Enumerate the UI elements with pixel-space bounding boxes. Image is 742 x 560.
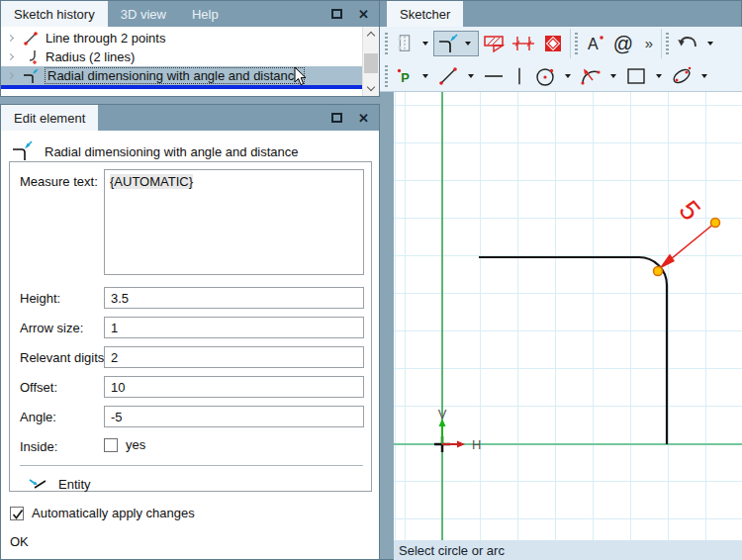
- dropdown-caret-icon[interactable]: [468, 74, 474, 78]
- maximize-icon[interactable]: [331, 113, 342, 123]
- chevron-right-icon[interactable]: [7, 35, 14, 42]
- dropdown-caret-icon[interactable]: [465, 42, 471, 46]
- mouse-cursor-icon: [294, 66, 308, 86]
- status-bar: Select circle or arc: [394, 540, 742, 560]
- inside-checkbox-label: yes: [126, 437, 145, 452]
- dropdown-caret-icon[interactable]: [565, 74, 571, 78]
- toolbar-drag-handle[interactable]: [575, 33, 578, 54]
- angle-label: Angle:: [20, 410, 56, 424]
- height-input[interactable]: [104, 287, 364, 309]
- tab-help[interactable]: Help: [179, 1, 232, 27]
- radial-dimension-tool-button[interactable]: [433, 31, 479, 56]
- tree-row-radius[interactable]: Radius (2 lines): [1, 47, 363, 66]
- text-tool-button[interactable]: A: [582, 31, 607, 56]
- sketcher-panel: Sketcher: [380, 0, 742, 560]
- svg-text:P: P: [401, 69, 410, 84]
- divider: [20, 465, 363, 466]
- scrollbar-thumb[interactable]: [364, 53, 378, 73]
- tree-item-label[interactable]: Line through 2 points: [46, 31, 165, 46]
- chevron-right-icon[interactable]: [7, 53, 14, 60]
- close-icon[interactable]: ✕: [358, 112, 369, 125]
- inside-label: Inside:: [20, 439, 57, 454]
- dropdown-caret-icon[interactable]: [610, 74, 616, 78]
- toolbar-drag-handle[interactable]: [385, 33, 388, 54]
- auto-apply-checkbox[interactable]: [10, 507, 24, 520]
- scroll-up-icon[interactable]: [367, 32, 375, 40]
- tree-item-label[interactable]: Radius (2 lines): [46, 49, 135, 64]
- toolbar-drag-handle[interactable]: [666, 33, 669, 54]
- status-text: Select circle or arc: [399, 543, 505, 558]
- measure-text-value: {AUTOMATIC}: [110, 174, 193, 189]
- hatch-icon: [482, 32, 506, 55]
- scroll-down-icon[interactable]: [367, 83, 375, 91]
- line-icon: [436, 64, 460, 88]
- text-icon: A: [583, 32, 606, 55]
- history-tree: Line through 2 points Radius (2 lines) R…: [1, 27, 379, 96]
- sketch-history-titlebar: Sketch history 3D view Help ✕: [1, 1, 379, 27]
- auto-apply-row: Automatically apply changes: [10, 506, 195, 520]
- tab-sketch-history[interactable]: Sketch history: [1, 1, 108, 27]
- annotation-tool-button[interactable]: @: [607, 31, 639, 56]
- radial-dimension-icon: [22, 67, 40, 85]
- dropdown-caret-icon[interactable]: [656, 74, 662, 78]
- measure-text-input[interactable]: {AUTOMATIC}: [104, 169, 364, 275]
- parameters-groupbox: Measure text: {AUTOMATIC} Height: Arrow …: [9, 161, 372, 492]
- tree-row-radial-dimensioning[interactable]: Radial dimensioning with angle and dista…: [1, 66, 363, 85]
- sketch-history-panel: Sketch history 3D view Help ✕ Line throu…: [0, 0, 380, 97]
- tab-3d-view[interactable]: 3D view: [108, 1, 179, 27]
- frame-tool-button[interactable]: [538, 31, 568, 56]
- point-tool-button[interactable]: P: [392, 63, 417, 89]
- dropdown-caret-icon[interactable]: [422, 42, 428, 46]
- tree-row-line[interactable]: Line through 2 points: [1, 29, 363, 47]
- maximize-icon[interactable]: [331, 9, 342, 19]
- line-tool-button[interactable]: [433, 63, 463, 89]
- point-icon: P: [394, 65, 416, 87]
- vertical-line-tool-button[interactable]: [509, 63, 530, 89]
- arrow-size-input[interactable]: [104, 317, 364, 338]
- inside-checkbox[interactable]: [104, 438, 118, 452]
- measure-text-label: Measure text:: [20, 174, 98, 189]
- dimension-drag-handle[interactable]: [711, 219, 720, 228]
- sheet-icon: [394, 33, 416, 54]
- dropdown-caret-icon[interactable]: [422, 74, 428, 78]
- circle-icon: [533, 64, 557, 88]
- tree-item-label[interactable]: Radial dimensioning with angle and dista…: [46, 68, 304, 83]
- relevant-digits-label: Relevant digits:: [20, 350, 108, 365]
- angle-input[interactable]: [104, 406, 364, 427]
- rectangle-tool-button[interactable]: [621, 63, 651, 89]
- dropdown-caret-icon[interactable]: [707, 42, 713, 46]
- dimension-anchor-handle[interactable]: [654, 267, 663, 276]
- ellipse-tool-button[interactable]: [667, 63, 696, 89]
- v-axis-label: V: [438, 407, 447, 421]
- dimension-chain-icon: [511, 32, 535, 55]
- toolbar-overflow-button[interactable]: »: [639, 31, 659, 56]
- dimension-value-text[interactable]: 5: [674, 195, 707, 227]
- sketch-drawing: 5 V H: [394, 92, 742, 540]
- drop-insert-indicator: [1, 85, 363, 89]
- relevant-digits-input[interactable]: [104, 346, 364, 368]
- offset-input[interactable]: [104, 376, 364, 398]
- sketch-contour[interactable]: [479, 257, 667, 444]
- chevron-right-icon[interactable]: [7, 72, 14, 79]
- circle-tool-button[interactable]: [530, 63, 560, 89]
- entity-button[interactable]: Entity: [28, 474, 91, 494]
- sketch-canvas[interactable]: 5 V H: [394, 92, 742, 540]
- tree-scrollbar[interactable]: [362, 27, 379, 96]
- overflow-icon: »: [645, 36, 653, 50]
- tab-sketcher[interactable]: Sketcher: [387, 1, 463, 27]
- undo-icon: [676, 32, 699, 55]
- edit-element-header: Radial dimensioning with angle and dista…: [11, 140, 299, 163]
- dimension-chain-tool-button[interactable]: [509, 31, 538, 56]
- tab-edit-element[interactable]: Edit element: [1, 105, 98, 131]
- dropdown-caret-icon[interactable]: [701, 74, 707, 78]
- height-label: Height:: [20, 291, 60, 306]
- undo-button[interactable]: [673, 31, 702, 56]
- close-icon[interactable]: ✕: [358, 8, 369, 21]
- horizontal-line-tool-button[interactable]: [479, 63, 509, 89]
- sheet-tool-button[interactable]: [392, 31, 417, 56]
- hatch-tool-button[interactable]: [479, 31, 509, 56]
- arc-tool-button[interactable]: [576, 63, 605, 89]
- toolbar-drag-handle[interactable]: [385, 65, 388, 87]
- offset-label: Offset:: [20, 380, 57, 395]
- ok-button[interactable]: OK: [10, 534, 29, 549]
